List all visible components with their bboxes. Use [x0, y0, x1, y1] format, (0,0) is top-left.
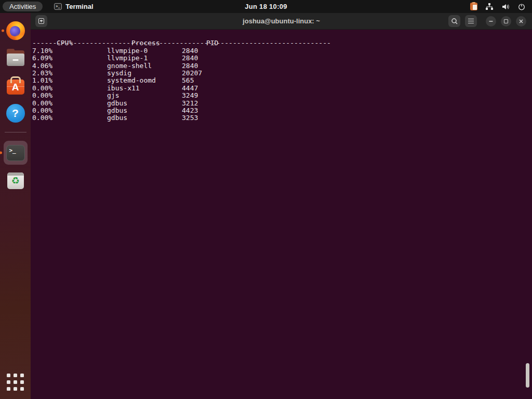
process-row: 0.00%gdbus4423: [32, 107, 532, 114]
pid-cell: 4447: [182, 84, 198, 92]
terminal-icon: >_: [6, 145, 25, 161]
pid-cell: 4423: [182, 107, 198, 114]
process-row: 0.00%gdbus3212: [32, 100, 532, 107]
cpu-cell: 6.09%: [32, 55, 107, 62]
dock-item-help[interactable]: ?: [6, 103, 25, 123]
running-indicator-dot: [2, 30, 4, 32]
firefox-icon: [6, 21, 25, 40]
dock-item-ubuntu-software[interactable]: A: [6, 76, 25, 96]
pid-cell: 3212: [182, 99, 198, 107]
cpu-cell: 0.00%: [32, 100, 107, 107]
table-header-row: CPU%ProcessPID: [32, 32, 532, 39]
cpu-cell: 0.00%: [32, 92, 107, 99]
focused-app-indicator[interactable]: >_ Terminal: [54, 3, 93, 10]
volume-icon[interactable]: [501, 3, 510, 11]
focused-app-name: Terminal: [65, 3, 93, 10]
pid-cell: 20207: [182, 69, 202, 77]
trash-icon: ♻: [7, 172, 24, 189]
minimize-button[interactable]: [486, 16, 496, 26]
process-cell: gdbus: [107, 114, 182, 122]
pid-cell: 2840: [182, 47, 198, 55]
show-applications-button[interactable]: [7, 374, 24, 391]
clock-button[interactable]: Jun 18 10:09: [245, 3, 287, 10]
system-status-area[interactable]: [470, 3, 526, 11]
cpu-cell: 0.00%: [32, 85, 107, 92]
power-icon[interactable]: [517, 3, 526, 11]
cpu-cell: 1.01%: [32, 77, 107, 84]
clipboard-icon[interactable]: [470, 3, 477, 10]
dock-separator: [5, 132, 26, 132]
process-row: 0.00%ibus-x114447: [32, 85, 532, 92]
terminal-headerbar[interactable]: joshua@ubuntu-linux: ~: [31, 13, 532, 30]
dock-item-terminal[interactable]: >_: [4, 141, 28, 165]
pid-cell: 3253: [182, 114, 198, 122]
process-cell: sysdig: [107, 70, 182, 77]
maximize-button[interactable]: [501, 16, 511, 26]
activities-label: Activities: [9, 3, 36, 10]
process-row: 7.10%llvmpipe-02840: [32, 47, 532, 55]
cpu-cell: 0.00%: [32, 114, 107, 122]
help-icon: ?: [6, 104, 25, 123]
process-cell: gdbus: [107, 107, 182, 114]
process-row: 1.01%systemd-oomd565: [32, 77, 532, 84]
menu-button[interactable]: [465, 15, 477, 27]
search-button[interactable]: [448, 15, 460, 27]
process-cell: gnome-shell: [107, 62, 182, 70]
process-row: 0.00%gjs3249: [32, 92, 532, 99]
top-bar: Activities >_ Terminal Jun 18 10:09: [0, 0, 532, 13]
close-button[interactable]: [516, 16, 526, 26]
process-cell: gjs: [107, 92, 182, 99]
cpu-cell: 7.10%: [32, 47, 107, 55]
terminal-app-icon: >_: [54, 3, 62, 10]
process-cell: gdbus: [107, 100, 182, 107]
process-row: 0.00%gdbus3253: [32, 114, 532, 122]
dock: A ? >_ ♻: [0, 13, 31, 399]
process-row: 6.09%llvmpipe-12840: [32, 55, 532, 62]
cpu-cell: 4.06%: [32, 62, 107, 70]
dock-item-trash[interactable]: ♻: [6, 171, 25, 191]
pid-cell: 2840: [182, 54, 198, 62]
new-tab-button[interactable]: [35, 15, 47, 27]
table-separator-line: ----------------------------------------…: [32, 39, 532, 47]
activities-button[interactable]: Activities: [3, 2, 43, 11]
pid-cell: 2840: [182, 62, 198, 70]
network-tree-icon[interactable]: [485, 3, 494, 11]
files-folder-icon: [7, 50, 24, 66]
window-title: joshua@ubuntu-linux: ~: [243, 17, 320, 25]
minimize-icon: [488, 19, 494, 24]
running-indicator-dot: [0, 152, 2, 154]
search-icon: [451, 18, 458, 25]
cpu-cell: 0.00%: [32, 107, 107, 114]
hamburger-icon: [468, 19, 474, 24]
terminal-window: joshua@ubuntu-linux: ~: [31, 13, 532, 399]
ubuntu-software-icon: A: [7, 79, 24, 95]
pid-cell: 565: [182, 76, 194, 84]
process-row: 4.06%gnome-shell2840: [32, 62, 532, 70]
process-cell: ibus-x11: [107, 85, 182, 92]
terminal-scrollbar-thumb[interactable]: [526, 363, 529, 388]
process-row: 2.03%sysdig20207: [32, 70, 532, 77]
cpu-cell: 2.03%: [32, 70, 107, 77]
pid-cell: 3249: [182, 91, 198, 99]
dock-item-firefox[interactable]: [6, 21, 25, 41]
terminal-screen[interactable]: CPU%ProcessPID -------------------------…: [31, 30, 532, 399]
restore-icon: [504, 19, 508, 23]
process-cell: llvmpipe-0: [107, 47, 182, 55]
new-tab-icon: [38, 18, 44, 24]
dock-item-files[interactable]: [6, 48, 25, 68]
process-cell: llvmpipe-1: [107, 55, 182, 62]
close-icon: [518, 19, 524, 24]
process-cell: systemd-oomd: [107, 77, 182, 84]
